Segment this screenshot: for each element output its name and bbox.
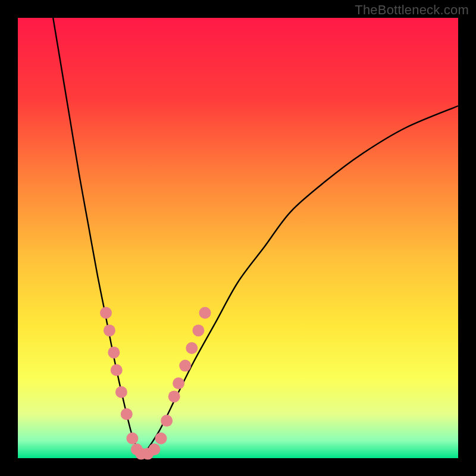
marker-dot (121, 408, 133, 420)
marker-dot (186, 342, 198, 354)
marker-dot (100, 307, 112, 319)
watermark-text: TheBottleneck.com (355, 2, 469, 18)
marker-dot (115, 386, 127, 398)
curve-left-branch (53, 18, 141, 458)
curve-right-branch (141, 106, 458, 458)
marker-dot (104, 324, 115, 336)
marker-dot (192, 324, 204, 336)
marker-dot (168, 390, 180, 402)
chart-svg (18, 18, 458, 458)
plot-area (18, 18, 458, 458)
marker-dot (179, 360, 191, 372)
marker-dot (148, 443, 160, 455)
marker-dot (155, 433, 167, 444)
marker-dot (111, 364, 123, 376)
marker-dot (199, 307, 211, 319)
outer-frame: TheBottleneck.com (0, 0, 476, 476)
marker-dot (161, 415, 173, 427)
marker-group (100, 307, 211, 460)
marker-dot (126, 433, 138, 444)
marker-dot (173, 377, 184, 389)
marker-dot (108, 346, 120, 358)
